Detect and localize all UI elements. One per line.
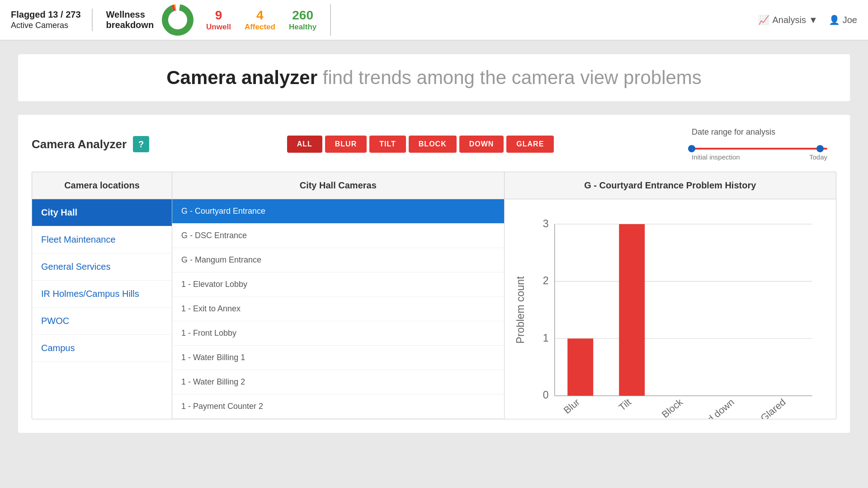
analysis-chevron-icon: ▼ [809,15,818,25]
title-banner: Camera analyzer find trends among the ca… [18,54,850,101]
filter-btn-block[interactable]: BLOCK [409,136,457,153]
wellness-stats: 9 Unwell 4 Affected 260 Healthy [202,8,316,32]
affected-label: Affected [245,23,275,32]
analysis-label: Analysis [772,15,806,25]
flagged-title: Flagged 13 / 273 [11,9,81,20]
camera-item-annex[interactable]: 1 - Exit to Annex [172,297,504,321]
analysis-chart-icon: 📈 [758,14,769,25]
history-header: G - Courtyard Entrance Problem History [505,172,836,199]
camera-item-water2[interactable]: 1 - Water Billing 2 [172,370,504,394]
help-button[interactable]: ? [133,136,149,152]
location-item-ir-holmes[interactable]: IR Holmes/Campus Hills [32,281,172,308]
slider-thumb-right[interactable] [816,145,824,152]
filter-btn-glare[interactable]: GLARE [506,136,554,153]
locations-column: Camera locations City HallFleet Maintena… [32,172,172,419]
unwell-count: 9 [215,8,222,23]
table-area: Camera locations City HallFleet Maintena… [32,172,836,419]
chart-inner: 0123BlurTiltBlockFeed downGlaredProblem … [514,208,827,419]
wellness-section: Wellness breakdown 9 Unwell [93,4,331,36]
user-button[interactable]: 👤 Joe [829,14,857,25]
healthy-count: 260 [292,8,313,23]
slider-thumb-left[interactable] [688,145,695,152]
healthy-stat: 260 Healthy [289,8,316,32]
slider-end-label: Today [809,153,827,161]
cameras-column: City Hall Cameras G - Courtyard Entrance… [172,172,505,419]
user-label: Joe [843,15,857,25]
chart-label-feed-down: Feed down [693,397,736,419]
svg-point-0 [165,7,190,33]
date-range-section: Date range for analysis Initial inspecti… [692,127,836,161]
filter-btn-blur[interactable]: BLUR [325,136,367,153]
camera-item-courtyard[interactable]: G - Courtyard Entrance [172,199,504,224]
title-light-text: find trends among the camera view proble… [323,67,702,88]
header-right: 📈 Analysis ▼ 👤 Joe [758,14,857,25]
user-icon: 👤 [829,14,840,25]
camera-analyzer-card: Camera Analyzer ? ALLBLURTILTBLOCKDOWNGL… [18,115,850,433]
locations-list: City HallFleet MaintenanceGeneral Servic… [32,199,172,362]
slider-labels: Initial inspection Today [692,153,827,161]
svg-text:0: 0 [542,389,548,401]
wellness-donut-chart [162,4,193,36]
location-item-city-hall[interactable]: City Hall [32,199,172,226]
chart-label-glared: Glared [758,397,788,419]
header-left: Flagged 13 / 273 Active Cameras Wellness… [11,4,331,36]
chart-label-tilt: Tilt [617,397,633,413]
chart-area: 0123BlurTiltBlockFeed downGlaredProblem … [505,199,836,394]
healthy-label: Healthy [289,23,316,32]
slider-track [692,148,827,150]
date-range-label: Date range for analysis [692,127,775,137]
affected-stat: 4 Affected [245,8,275,32]
location-item-campus[interactable]: Campus [32,335,172,362]
analysis-button[interactable]: 📈 Analysis ▼ [758,14,817,25]
svg-text:1: 1 [542,332,548,344]
filter-btn-all[interactable]: ALL [287,136,322,153]
history-column: G - Courtyard Entrance Problem History 0… [505,172,836,419]
unwell-stat: 9 Unwell [206,8,231,32]
locations-header: Camera locations [32,172,172,199]
chart-label-block: Block [660,397,685,419]
flagged-subtitle: Active Cameras [11,20,81,31]
card-top-left: Camera Analyzer ? [32,136,149,152]
slider-start-label: Initial inspection [692,153,740,161]
location-item-pwoc[interactable]: PWOC [32,308,172,335]
svg-text:2: 2 [542,275,548,286]
unwell-label: Unwell [206,23,231,32]
card-top-controls: Camera Analyzer ? ALLBLURTILTBLOCKDOWNGL… [32,127,836,161]
camera-item-elevator[interactable]: 1 - Elevator Lobby [172,272,504,297]
cameras-header: City Hall Cameras [172,172,504,199]
affected-count: 4 [256,8,264,23]
chart-bar-tilt [619,224,645,396]
main-content: Camera analyzer find trends among the ca… [0,41,868,446]
flagged-section: Flagged 13 / 273 Active Cameras [11,9,93,31]
header: Flagged 13 / 273 Active Cameras Wellness… [0,0,868,41]
camera-item-dsc[interactable]: G - DSC Entrance [172,224,504,248]
svg-text:3: 3 [542,218,548,230]
chart-y-axis-label: Problem count [514,276,526,344]
camera-item-payment[interactable]: 1 - Payment Counter 2 [172,394,504,419]
filter-btn-down[interactable]: DOWN [459,136,504,153]
camera-item-water1[interactable]: 1 - Water Billing 1 [172,346,504,370]
camera-item-mangum[interactable]: G - Mangum Entrance [172,248,504,272]
wellness-label: Wellness breakdown [106,9,154,30]
page-title: Camera analyzer find trends among the ca… [36,67,832,89]
location-item-general-services[interactable]: General Services [32,253,172,281]
location-item-fleet-maintenance[interactable]: Fleet Maintenance [32,226,172,253]
chart-bar-blur [567,338,593,396]
camera-item-front-lobby[interactable]: 1 - Front Lobby [172,321,504,346]
cameras-list: G - Courtyard EntranceG - DSC EntranceG … [172,199,504,419]
problem-history-chart: 0123BlurTiltBlockFeed downGlaredProblem … [514,208,827,419]
filter-btn-tilt[interactable]: TILT [369,136,406,153]
card-title: Camera Analyzer [32,137,127,151]
title-bold: Camera analyzer [166,67,317,88]
date-range-slider[interactable]: Initial inspection Today [692,141,827,161]
chart-label-blur: Blur [561,397,582,416]
filter-buttons: ALLBLURTILTBLOCKDOWNGLARE [287,136,554,153]
